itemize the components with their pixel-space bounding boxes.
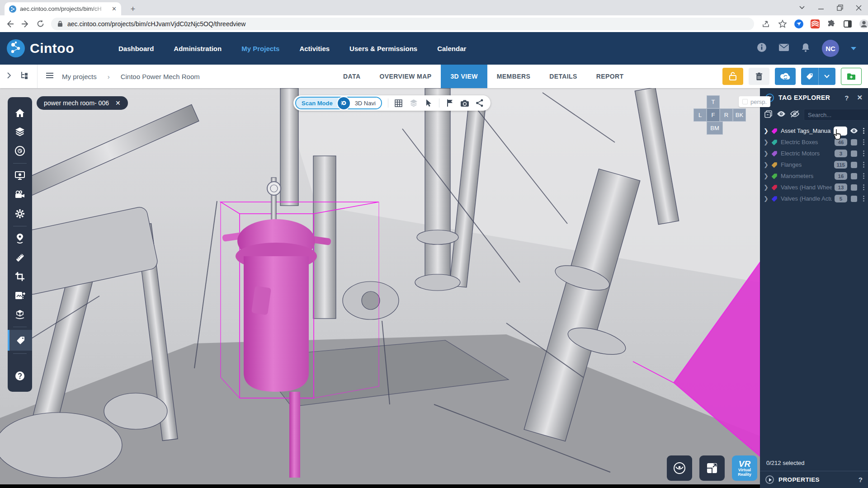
tab-members[interactable]: MEMBERS — [487, 65, 540, 88]
grid-view-icon[interactable] — [394, 99, 403, 108]
group-select-checkbox[interactable] — [851, 196, 857, 202]
new-tab-button[interactable]: + — [127, 4, 138, 14]
split-view-button[interactable] — [699, 455, 725, 481]
lock-button[interactable] — [722, 68, 743, 85]
expand-chevron-icon[interactable]: ❯ — [764, 195, 768, 202]
group-select-checkbox[interactable] — [851, 150, 857, 157]
layers-icon[interactable] — [409, 99, 418, 108]
address-bar[interactable]: aec.cintoo.com/projects/bim/cHJvamVjdC0z… — [51, 18, 754, 30]
animation-camera-icon[interactable] — [8, 185, 32, 204]
row-menu-dots-icon[interactable] — [863, 162, 864, 168]
group-select-checkbox[interactable] — [851, 184, 857, 191]
extensions-puzzle-icon[interactable] — [826, 19, 836, 29]
export-image-icon[interactable] — [8, 286, 32, 305]
tag-group-row-flanges[interactable]: ❯ Flanges 115 — [760, 159, 868, 170]
collapse-chevron-icon[interactable] — [6, 72, 12, 81]
group-select-checkbox[interactable] — [851, 139, 857, 145]
cintoo-brand[interactable]: Cintoo — [6, 39, 106, 58]
settings-gear-icon[interactable] — [8, 204, 32, 223]
tag-search-box[interactable] — [804, 109, 868, 121]
nav-dashboard[interactable]: Dashboard — [118, 45, 154, 52]
nav-users-permissions[interactable]: Users & Permissions — [349, 45, 417, 52]
panel-help-icon[interactable]: ? — [844, 94, 849, 102]
3d-viewport[interactable] — [0, 88, 760, 488]
nav-activities[interactable]: Activities — [299, 45, 330, 52]
virtual-reality-button[interactable]: VR VirtualReality — [732, 455, 757, 481]
tab-details[interactable]: DETAILS — [540, 65, 587, 88]
row-menu-dots-icon[interactable] — [863, 196, 864, 202]
viewcube-left[interactable]: L — [693, 108, 707, 122]
properties-help-icon[interactable]: ? — [859, 476, 863, 483]
map-pin-icon[interactable] — [8, 229, 32, 248]
row-menu-dots-icon[interactable] — [863, 173, 864, 179]
mail-icon[interactable] — [778, 43, 789, 53]
expand-chevron-icon[interactable]: ❯ — [764, 127, 768, 134]
visibility-eye-icon[interactable] — [850, 128, 858, 134]
breadcrumb-root[interactable]: My projects — [62, 73, 97, 80]
user-menu-caret-icon[interactable] — [851, 47, 856, 50]
row-menu-dots-icon[interactable] — [863, 150, 864, 156]
breadcrumb-project[interactable]: Cintoo Power Mech Room — [121, 73, 200, 80]
properties-bar[interactable]: PROPERTIES ? — [760, 471, 868, 488]
tag-search-input[interactable] — [808, 112, 868, 118]
cloud-sync-button[interactable] — [775, 68, 796, 85]
viewcube-bottom[interactable]: BM — [707, 122, 723, 135]
tab-report[interactable]: REPORT — [587, 65, 633, 88]
tag-button[interactable] — [801, 68, 818, 85]
measure-ruler-icon[interactable] — [8, 248, 32, 267]
expand-chevron-icon[interactable]: ❯ — [764, 161, 768, 168]
properties-expand-icon[interactable] — [765, 475, 774, 484]
row-menu-dots-icon[interactable] — [863, 128, 864, 134]
browser-profile-avatar[interactable] — [859, 19, 868, 29]
user-avatar[interactable]: NC — [822, 40, 839, 57]
tag-group-row-electric-motors[interactable]: ❯ Electric Motors 3 — [760, 148, 868, 159]
3d-model-cube-icon[interactable] — [8, 305, 32, 324]
group-select-checkbox[interactable] — [851, 173, 857, 179]
layers-panel-icon[interactable] — [8, 122, 32, 141]
window-minimize-icon[interactable] — [818, 5, 824, 10]
scan-mode-label[interactable]: Scan Mode — [296, 98, 338, 108]
panel-close-icon[interactable]: ✕ — [857, 94, 863, 102]
projection-toggle[interactable]: persp. — [739, 96, 770, 107]
back-icon[interactable] — [5, 19, 14, 29]
annotation-flag-icon[interactable] — [445, 99, 454, 108]
hamburger-menu-icon[interactable] — [46, 72, 54, 80]
tag-group-row-valves-hand-wheel[interactable]: ❯ Valves (Hand Wheel ... 13 — [760, 182, 868, 193]
info-icon[interactable] — [757, 42, 767, 54]
navigation-mode-toggle[interactable]: Scan Mode 3D Navi — [295, 97, 382, 109]
panorama-sphere-icon[interactable] — [8, 141, 32, 160]
delete-button[interactable] — [749, 68, 769, 85]
expand-chevron-icon[interactable]: ❯ — [764, 150, 768, 157]
hide-all-eye-slash-icon[interactable] — [790, 110, 799, 119]
tag-dropdown-button[interactable] — [818, 68, 836, 85]
add-to-folder-button[interactable] — [841, 68, 862, 85]
show-all-eye-icon[interactable] — [777, 111, 786, 119]
help-icon[interactable] — [8, 366, 32, 385]
tab-data[interactable]: DATA — [334, 65, 370, 88]
tab-overview-map[interactable]: OVERVIEW MAP — [370, 65, 441, 88]
tag-group-row-valves-handle-actuated[interactable]: ❯ Valves (Handle Actua... 5 — [760, 193, 868, 204]
forward-icon[interactable] — [21, 19, 30, 29]
viewcube-right[interactable]: R — [720, 108, 733, 122]
group-select-checkbox[interactable] — [851, 162, 857, 168]
nav-my-projects[interactable]: My Projects — [241, 45, 279, 52]
duplicate-tags-icon[interactable] — [764, 110, 772, 120]
expand-chevron-icon[interactable]: ❯ — [764, 184, 768, 191]
project-tree-icon[interactable] — [20, 71, 29, 81]
row-menu-dots-icon[interactable] — [863, 139, 864, 145]
viewcube-front[interactable]: F — [707, 108, 720, 122]
tab-close-icon[interactable]: ✕ — [112, 5, 117, 12]
screenshot-camera-icon[interactable] — [460, 99, 469, 108]
share-icon[interactable] — [761, 19, 771, 29]
nav-calendar[interactable]: Calendar — [437, 45, 466, 52]
tag-explorer-sidebar-icon[interactable] — [8, 330, 32, 351]
bookmark-star-icon[interactable] — [778, 19, 788, 29]
expand-chevron-icon[interactable]: ❯ — [764, 139, 768, 145]
extension-blue-icon[interactable] — [794, 19, 804, 29]
tag-group-row-asset-tags-manual[interactable]: ❯ Asset Tags_Manual — [760, 125, 868, 136]
scan-tab-close-icon[interactable]: ✕ — [115, 99, 121, 107]
select-cursor-icon[interactable] — [424, 99, 433, 108]
viewcube-back[interactable]: BK — [733, 108, 746, 122]
navi-toggle-knob[interactable] — [338, 97, 350, 109]
tab-search-icon[interactable] — [799, 5, 805, 10]
